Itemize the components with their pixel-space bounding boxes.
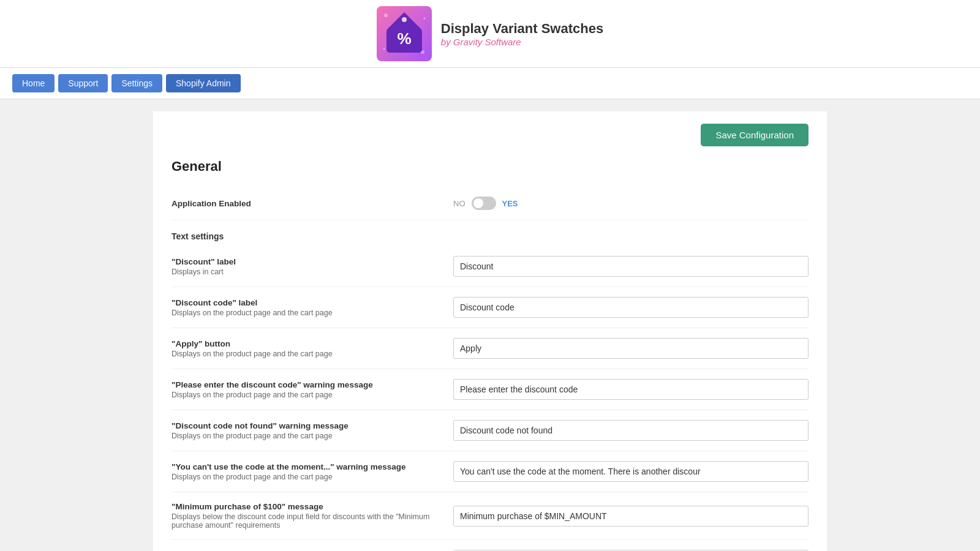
svg-point-5 [402, 17, 407, 22]
save-config-row: Save Configuration [172, 124, 809, 146]
save-configuration-button[interactable]: Save Configuration [701, 124, 809, 146]
apply-button-description: "Apply" button Displays on the product p… [172, 339, 453, 358]
min-purchase-amount-input[interactable] [453, 506, 809, 527]
app-title: Display Variant Swatches [441, 21, 603, 37]
not-found-description: "Discount code not found" warning messag… [172, 421, 453, 440]
min-amount-description: "Minimum purchase of $100" message Displ… [172, 502, 453, 530]
toggle-row: NO YES [453, 197, 809, 210]
min-amount-input-wrap [453, 506, 809, 527]
svg-text:%: % [397, 29, 411, 48]
discount-label-input-wrap [453, 256, 809, 277]
please-enter-input[interactable] [453, 379, 809, 400]
please-enter-row: "Please enter the discount code" warning… [172, 369, 809, 410]
app-header: % Display Variant Swatches by Gravity So… [0, 0, 980, 68]
apply-button-input-wrap [453, 338, 809, 359]
discount-code-label-description: "Discount code" label Displays on the pr… [172, 298, 453, 317]
nav-support-button[interactable]: Support [58, 74, 108, 92]
header-title-block: Display Variant Swatches by Gravity Soft… [441, 21, 603, 47]
toggle-no-label: NO [453, 199, 466, 208]
discount-label-row: "Discount" label Displays in cart [172, 246, 809, 287]
application-enabled-row: Application Enabled NO YES [172, 187, 809, 220]
apply-button-input[interactable] [453, 338, 809, 359]
app-subtitle: by Gravity Software [441, 37, 603, 47]
discount-code-label-input[interactable] [453, 297, 809, 318]
general-section-title: General [172, 159, 809, 174]
svg-point-3 [423, 17, 426, 20]
application-enabled-toggle[interactable] [472, 197, 496, 210]
svg-point-4 [383, 48, 385, 50]
cant-use-input-wrap [453, 461, 809, 482]
apply-button-row: "Apply" button Displays on the product p… [172, 328, 809, 369]
min-amount-row: "Minimum purchase of $100" message Displ… [172, 492, 809, 540]
application-enabled-toggle-wrap: NO YES [453, 197, 809, 210]
cant-use-description: "You can't use the code at the moment...… [172, 462, 453, 481]
please-enter-input-wrap [453, 379, 809, 400]
main-content: Save Configuration General Application E… [153, 111, 827, 551]
min-qty-row: "Minimum purchase of 10 items" label Dis… [172, 540, 809, 551]
not-found-row: "Discount code not found" warning messag… [172, 410, 809, 451]
application-enabled-label: Application Enabled [172, 199, 453, 208]
svg-point-1 [384, 13, 388, 17]
not-found-input[interactable] [453, 420, 809, 441]
discount-label-input[interactable] [453, 256, 809, 277]
nav-bar: Home Support Settings Shopify Admin [0, 68, 980, 99]
cant-use-row: "You can't use the code at the moment...… [172, 451, 809, 492]
discount-label-description: "Discount" label Displays in cart [172, 257, 453, 276]
nav-settings-button[interactable]: Settings [111, 74, 162, 92]
discount-code-label-input-wrap [453, 297, 809, 318]
toggle-slider [472, 197, 496, 210]
please-enter-description: "Please enter the discount code" warning… [172, 380, 453, 399]
toggle-yes-label: YES [502, 199, 518, 208]
app-logo-icon: % [377, 6, 432, 61]
not-found-input-wrap [453, 420, 809, 441]
nav-home-button[interactable]: Home [12, 74, 55, 92]
discount-code-label-row: "Discount code" label Displays on the pr… [172, 287, 809, 328]
text-settings-title: Text settings [172, 220, 809, 246]
cant-use-input[interactable] [453, 461, 809, 482]
logo-area: % Display Variant Swatches by Gravity So… [377, 6, 603, 61]
nav-shopify-admin-button[interactable]: Shopify Admin [166, 74, 241, 92]
